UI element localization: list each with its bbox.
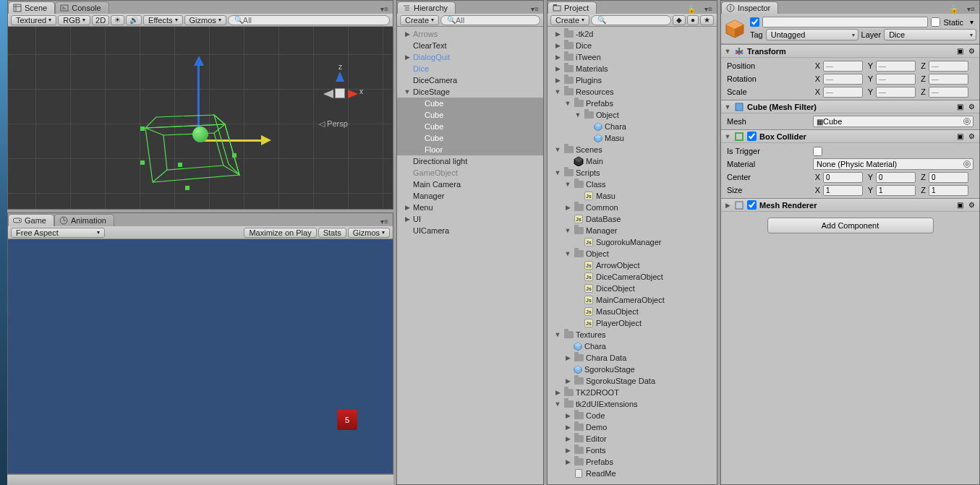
project-item[interactable]: ▼Scenes [547,144,717,155]
foldout-icon[interactable]: ▶ [564,412,571,419]
size-x-input[interactable] [823,185,863,196]
foldout-icon[interactable]: ▼ [554,331,561,338]
hierarchy-item[interactable]: ▼DiceStage [397,86,543,98]
search-filter-type-icon[interactable]: ◆ [673,15,686,25]
scale-x-input[interactable] [823,87,863,98]
foldout-icon[interactable]: ▶ [564,204,571,211]
hierarchy-search-input[interactable]: 🔍 All [440,15,540,25]
maximize-on-play-toggle[interactable]: Maximize on Play [244,228,316,238]
physic-material-field[interactable]: None (Physic Material)⊙ [813,158,973,170]
game-gizmos-dropdown[interactable]: Gizmos▾ [348,228,390,238]
project-item[interactable]: ▶JsMasu [547,190,717,202]
project-item[interactable]: ▼Resources [547,86,717,98]
hierarchy-item[interactable]: ▶Manager [397,190,543,202]
hierarchy-item[interactable]: ▶Dice [397,63,543,74]
tag-dropdown[interactable]: Untagged [766,29,858,40]
toggle-audio-icon[interactable]: 🔊 [126,15,142,25]
hierarchy-item[interactable]: ▶Directional light [397,155,543,167]
foldout-icon[interactable]: ▼ [724,133,731,140]
help-icon[interactable]: ▣ [955,132,965,142]
project-item[interactable]: ▼tk2dUIExtensions [547,398,717,410]
gear-icon[interactable]: ⚙ [966,102,976,112]
project-item[interactable]: ▶Editor [547,433,717,445]
tab-project[interactable]: Project [547,1,597,14]
position-x-input[interactable] [823,61,863,72]
panel-menu-icon[interactable]: ▾≡ [376,4,393,14]
foldout-icon[interactable]: ▶ [564,458,571,465]
project-tree[interactable]: ▶-tk2d▶Dice▶iTween▶Materials▶Plugins▼Res… [547,27,717,484]
hierarchy-item[interactable]: ▶Cube [397,121,543,132]
panel-menu-icon[interactable]: ▾≡ [963,4,979,14]
foldout-icon[interactable]: ▶ [564,435,571,442]
istrigger-checkbox[interactable] [813,147,822,156]
project-item[interactable]: ▶JsMainCameraObject [547,294,717,306]
project-item[interactable]: ▶JsDiceObject [547,283,717,294]
tab-console[interactable]: Console [55,1,108,14]
project-item[interactable]: ▼Object [547,109,717,121]
search-filter-label-icon[interactable]: ● [687,15,699,25]
layer-dropdown[interactable]: Dice [884,29,976,40]
scale-z-input[interactable] [929,87,968,98]
hierarchy-item[interactable]: ▶UICamera [397,225,543,236]
project-item[interactable]: ▶SgorokuStage Data [547,375,717,387]
foldout-icon[interactable]: ▶ [564,424,571,431]
hierarchy-item[interactable]: ▶Cube [397,109,543,121]
project-item[interactable]: ▼Object [547,248,717,259]
foldout-icon[interactable]: ▼ [564,100,571,107]
project-item[interactable]: ▶Demo [547,421,717,433]
gear-icon[interactable]: ⚙ [966,46,976,56]
lock-icon[interactable]: 🔒 [683,4,700,14]
object-picker-icon[interactable]: ⊙ [963,118,971,125]
project-item[interactable]: ▶Common [547,202,717,213]
project-item[interactable]: ▶JsDataBase [547,213,717,225]
tab-animation[interactable]: Animation [54,214,114,226]
stats-toggle[interactable]: Stats [318,228,346,238]
project-item[interactable]: ▶Chara Data [547,352,717,364]
foldout-icon[interactable]: ▶ [554,53,561,61]
project-item[interactable]: ▶Plugins [547,74,717,86]
foldout-icon[interactable]: ▶ [554,42,561,49]
scene-search-input[interactable]: 🔍 All [228,15,390,25]
meshrenderer-enabled-checkbox[interactable] [747,200,757,210]
project-item[interactable]: ▶Code [547,410,717,421]
project-item[interactable]: ▶ReadMe [547,468,717,479]
render-mode-dropdown[interactable]: Textured▾ [11,15,56,25]
foldout-icon[interactable]: ▼ [724,103,731,111]
project-item[interactable]: ▶iTween [547,51,717,63]
gear-icon[interactable]: ⚙ [966,132,976,142]
tab-scene[interactable]: Scene [8,1,55,14]
foldout-icon[interactable]: ▶ [564,354,571,361]
project-create-dropdown[interactable]: Create▾ [550,15,589,25]
selection-handle[interactable] [140,160,145,165]
foldout-icon[interactable]: ▼ [564,227,571,234]
gizmos-dropdown[interactable]: Gizmos▾ [184,15,226,25]
selection-handle[interactable] [185,186,189,190]
tab-game[interactable]: Game [8,214,54,226]
foldout-icon[interactable]: ▶ [564,377,571,385]
orientation-gizmo[interactable]: z x ◁ Persp [313,70,371,135]
selection-handle[interactable] [232,153,237,158]
rotation-z-input[interactable] [929,74,968,85]
foldout-icon[interactable]: ▶ [724,202,731,209]
gear-icon[interactable]: ⚙ [966,200,976,210]
help-icon[interactable]: ▣ [955,200,965,210]
color-mode-dropdown[interactable]: RGB▾ [58,15,90,25]
game-viewport[interactable]: 5 [8,239,393,473]
hierarchy-item[interactable]: ▶Main Camera [397,179,543,190]
center-z-input[interactable] [929,172,968,183]
foldout-icon[interactable]: ▶ [554,77,561,84]
help-icon[interactable]: ▣ [955,102,965,112]
static-dropdown-icon[interactable]: ▾ [966,17,976,27]
gizmo-center[interactable] [335,88,345,98]
size-z-input[interactable] [929,185,968,196]
tab-inspector[interactable]: i Inspector [721,1,778,14]
rotation-y-input[interactable] [876,74,916,85]
hierarchy-item[interactable]: ▶DialogQuit [397,51,543,63]
toggle-lighting-icon[interactable]: ☀ [111,15,124,25]
project-item[interactable]: ▶TK2DROOT [547,387,717,398]
selection-handle[interactable] [178,163,182,167]
project-item[interactable]: ▶JsSugorokuManager [547,236,717,248]
gameobject-name-input[interactable] [762,17,928,27]
static-checkbox[interactable] [931,17,940,27]
project-item[interactable]: ▶SgorokuStage [547,364,717,375]
